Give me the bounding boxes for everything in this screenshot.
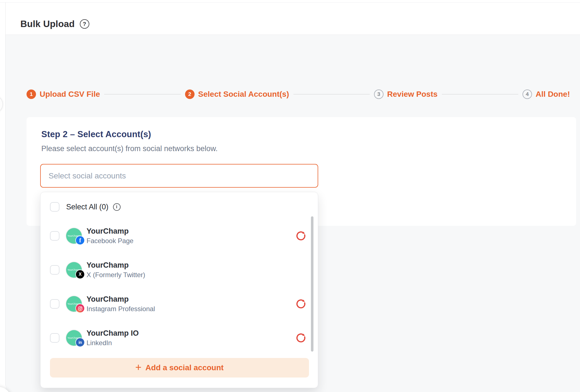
refresh-icon[interactable] bbox=[295, 230, 307, 242]
step-number: 4 bbox=[523, 89, 532, 99]
content-area: 1Upload CSV File2Select Social Account(s… bbox=[6, 35, 580, 392]
step-connector bbox=[442, 94, 519, 95]
step-label: All Done! bbox=[536, 90, 570, 99]
x-icon: X bbox=[76, 270, 84, 279]
instagram-icon bbox=[76, 304, 84, 313]
select-all-label: Select All (0) bbox=[66, 203, 109, 211]
social-accounts-select-input[interactable] bbox=[40, 164, 318, 188]
account-network: LinkedIn bbox=[87, 339, 139, 347]
step-number: 2 bbox=[185, 89, 195, 99]
linkedin-icon: in bbox=[76, 338, 84, 347]
help-icon[interactable]: ? bbox=[80, 19, 89, 29]
refresh-icon[interactable] bbox=[295, 298, 307, 310]
account-network: Instagram Professional bbox=[87, 305, 155, 313]
step-label: Review Posts bbox=[387, 90, 438, 99]
avatar: YourChampf bbox=[66, 228, 82, 244]
page-title: Bulk Upload bbox=[20, 19, 75, 29]
avatar: YourChamp bbox=[66, 296, 82, 312]
select-all-checkbox[interactable] bbox=[50, 202, 59, 212]
account-checkbox[interactable] bbox=[50, 265, 59, 275]
social-accounts-dropdown: Select All (0) i YourChampfYourChampFace… bbox=[40, 192, 318, 388]
account-checkbox[interactable] bbox=[50, 299, 59, 309]
step-heading: Step 2 – Select Account(s) bbox=[41, 129, 151, 139]
account-network: Facebook Page bbox=[87, 237, 133, 245]
step-item-3[interactable]: 3Review Posts bbox=[374, 89, 438, 99]
scrollbar-thumb[interactable] bbox=[311, 216, 313, 352]
account-name: YourChamp bbox=[87, 295, 155, 304]
plus-icon: + bbox=[135, 362, 142, 372]
stepper: 1Upload CSV File2Select Social Account(s… bbox=[27, 89, 570, 99]
page-header: Bulk Upload ? bbox=[6, 3, 580, 35]
avatar: YourChampin bbox=[66, 330, 82, 346]
account-checkbox[interactable] bbox=[50, 333, 59, 343]
account-row[interactable]: YourChampinYourChamp IOLinkedIn bbox=[40, 321, 318, 355]
account-list: YourChampfYourChampFacebook PageYourCham… bbox=[40, 219, 318, 355]
step-item-4[interactable]: 4All Done! bbox=[523, 89, 570, 99]
step-label: Upload CSV File bbox=[40, 90, 100, 99]
account-name: YourChamp bbox=[87, 227, 133, 236]
account-row[interactable]: YourChampYourChampInstagram Professional bbox=[40, 287, 318, 321]
step-number: 1 bbox=[27, 89, 36, 99]
step-item-1[interactable]: 1Upload CSV File bbox=[27, 89, 100, 99]
account-row[interactable]: YourChampfYourChampFacebook Page bbox=[40, 219, 318, 253]
add-social-account-button[interactable]: + Add a social account bbox=[50, 358, 309, 378]
step-item-2[interactable]: 2Select Social Account(s) bbox=[185, 89, 289, 99]
account-row[interactable]: YourChampXYourChampX (Formerly Twitter) bbox=[40, 253, 318, 287]
facebook-icon: f bbox=[76, 236, 84, 245]
step-connector bbox=[293, 94, 370, 95]
step-subheading: Please select account(s) from social net… bbox=[41, 144, 218, 153]
step-label: Select Social Account(s) bbox=[198, 90, 289, 99]
account-checkbox[interactable] bbox=[50, 231, 59, 241]
info-icon[interactable]: i bbox=[113, 203, 121, 211]
add-social-account-label: Add a social account bbox=[145, 363, 224, 372]
avatar: YourChampX bbox=[66, 262, 82, 278]
account-name: YourChamp IO bbox=[87, 329, 139, 338]
refresh-icon[interactable] bbox=[295, 332, 307, 344]
step-number: 3 bbox=[374, 89, 384, 99]
step-connector bbox=[104, 94, 181, 95]
account-network: X (Formerly Twitter) bbox=[87, 271, 145, 279]
account-name: YourChamp bbox=[87, 261, 145, 270]
select-all-row[interactable]: Select All (0) i bbox=[50, 202, 121, 212]
collapsed-panel-handle[interactable] bbox=[0, 95, 3, 113]
